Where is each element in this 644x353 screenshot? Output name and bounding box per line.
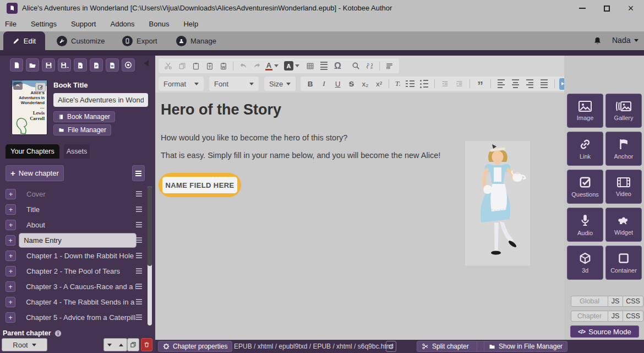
superscript-button[interactable]: x² [373,80,385,88]
chapter-row-4[interactable]: + Chapter 4 - The Rabbit Sends in a Litt… [6,295,142,309]
chapter-row-name-entry[interactable]: + [6,233,142,247]
book-title-input[interactable] [53,93,148,107]
add-subchapter-button[interactable]: + [6,312,15,323]
tab-manage[interactable]: Manage [176,31,216,50]
text-color-button[interactable]: A [264,60,280,72]
chapter-row-3[interactable]: + Chapter 3 - A Caucus-Race and a Long T [6,279,142,294]
align-justify-icon[interactable] [538,78,550,90]
outdent-icon[interactable] [439,78,451,90]
tab-edit[interactable]: Edit [3,31,45,50]
drag-handle-icon[interactable] [136,237,142,243]
tab-customize[interactable]: Customize [57,31,105,50]
export-pdf-button[interactable] [74,58,87,72]
paste-icon[interactable] [190,60,201,72]
drag-handle-icon[interactable] [136,299,142,305]
user-menu[interactable]: Nada [612,36,638,45]
add-subchapter-button[interactable]: + [6,266,16,276]
drag-handle-icon[interactable] [136,284,142,289]
move-chapter-down-button[interactable] [103,338,116,351]
chapter-properties-button[interactable]: Chapter properties [158,341,232,352]
add-subchapter-button[interactable]: + [6,297,15,307]
indent-icon[interactable] [454,78,465,90]
insert-3d-button[interactable]: 3d [567,246,603,280]
undo-icon[interactable] [237,60,249,72]
insert-widget-button[interactable]: Widget [605,208,642,242]
italic-button[interactable]: I [318,79,330,88]
blockquote-icon[interactable]: ” [474,78,486,90]
select-all-icon[interactable] [384,60,395,72]
drag-handle-icon[interactable] [136,222,142,227]
add-subchapter-button[interactable]: + [6,281,15,292]
font-select[interactable]: Font [209,77,259,91]
refresh-path-button[interactable] [386,341,396,352]
bullet-list-icon[interactable] [418,78,430,90]
drag-handle-icon[interactable] [136,314,142,320]
special-character-icon[interactable]: Ω [332,60,343,72]
chapter-css-button[interactable]: CSS [623,311,643,322]
menu-settings[interactable]: Settings [31,20,57,28]
save-as-button[interactable] [58,58,71,72]
align-right-icon[interactable] [524,78,536,90]
insert-gallery-button[interactable]: Gallery [605,94,642,128]
chapter-js-button[interactable]: JS [608,311,623,322]
chapter-list-menu-button[interactable] [132,165,145,181]
cut-icon[interactable] [162,60,174,72]
edit-cover-button[interactable] [35,83,46,92]
line-height-icon[interactable] [318,60,330,72]
scrollbar-thumb[interactable] [148,186,152,266]
publish-button[interactable] [122,58,135,72]
source-mode-button[interactable]: </> Source Mode [570,325,639,338]
parent-chapter-select[interactable]: Root [2,338,47,351]
drag-handle-icon[interactable] [136,191,142,197]
tab-export[interactable]: Export [122,31,157,50]
add-subchapter-button[interactable]: + [6,204,16,215]
move-chapter-up-button[interactable] [115,338,127,351]
book-manager-button[interactable]: Book Manager [53,111,115,122]
insert-image-button[interactable]: Image [567,94,603,128]
revert-cover-button[interactable] [13,82,23,90]
open-book-button[interactable] [26,58,39,72]
copy-icon[interactable] [176,60,188,72]
menu-bonus[interactable]: Bonus [149,20,170,28]
chapter-row-title[interactable]: + Title [6,202,142,216]
paste-as-text-icon[interactable] [204,60,215,72]
drag-handle-icon[interactable] [136,253,142,258]
add-subchapter-button[interactable]: + [6,189,16,199]
export-presentation-button[interactable]: P [90,58,103,72]
chapter-row-1[interactable]: + Chapter 1 - Down the Rabbit Hole [6,248,142,263]
underline-button[interactable]: U [332,80,343,88]
ordered-list-icon[interactable] [404,78,416,90]
search-icon[interactable] [350,60,362,72]
chapter-row-cover[interactable]: + Cover [6,187,142,201]
split-chapter-button[interactable]: Split chapter [417,341,492,352]
delete-chapter-button[interactable] [141,338,152,351]
tab-your-chapters[interactable]: Your Chapters [6,144,59,159]
table-icon[interactable] [304,60,316,72]
notifications-bell-icon[interactable] [593,36,602,45]
add-subchapter-button[interactable]: + [6,235,15,246]
chapter-list-scrollbar[interactable] [148,186,152,325]
insert-questions-button[interactable]: Questions [567,170,603,204]
menu-help[interactable]: Help [183,20,198,28]
new-book-button[interactable] [10,58,23,72]
global-css-button[interactable]: CSS [623,296,643,307]
strikethrough-button[interactable]: S [346,80,357,88]
align-left-icon[interactable] [495,78,507,90]
menu-addons[interactable]: Addons [110,20,134,28]
export-word-button[interactable]: W [106,58,119,72]
duplicate-chapter-button[interactable] [127,338,139,351]
info-icon[interactable] [54,330,62,337]
tab-assets[interactable]: Assets [64,144,90,159]
menu-file[interactable]: File [5,20,17,28]
save-button[interactable] [42,58,55,72]
format-select[interactable]: Format [159,77,204,91]
add-subchapter-button[interactable]: + [6,220,16,230]
show-in-file-manager-button[interactable]: Show in File Manager [484,341,567,352]
file-manager-button[interactable]: File Manager [53,124,111,135]
drag-handle-icon[interactable] [136,207,142,212]
bold-button[interactable]: B [304,80,316,88]
chapter-row-5[interactable]: + Chapter 5 - Advice from a Caterpillar [6,310,142,324]
insert-container-button[interactable]: Container [605,246,642,280]
align-center-icon[interactable] [510,78,521,90]
name-field-highlight[interactable]: NAME FIELD HERE [159,173,241,197]
